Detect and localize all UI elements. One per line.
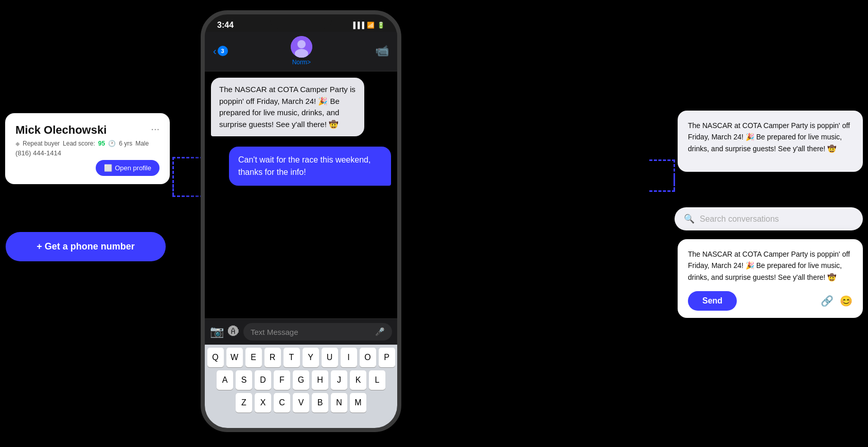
- appstore-button[interactable]: 🅐: [228, 325, 239, 338]
- contact-avatar-wrap[interactable]: Norm>: [291, 36, 312, 66]
- search-conversations-bar[interactable]: 🔍 Search conversations: [675, 207, 863, 230]
- gender-value: Male: [135, 140, 149, 147]
- key-j[interactable]: J: [331, 370, 347, 390]
- get-phone-number-button[interactable]: + Get a phone number: [6, 232, 166, 261]
- search-placeholder: Search conversations: [700, 214, 779, 224]
- outgoing-message-bubble: Can't wait for the race this weekend, th…: [229, 147, 391, 186]
- key-x[interactable]: X: [255, 393, 271, 413]
- search-icon: 🔍: [684, 213, 695, 224]
- key-k[interactable]: K: [350, 370, 366, 390]
- key-e[interactable]: E: [245, 348, 262, 367]
- key-u[interactable]: U: [322, 348, 338, 367]
- key-p[interactable]: P: [379, 348, 395, 367]
- external-link-icon: ⬜: [104, 164, 112, 172]
- microphone-icon: 🎤: [375, 327, 385, 336]
- signal-icon: ▐▐▐: [351, 22, 364, 29]
- clock-icon: 🕐: [108, 140, 116, 147]
- key-w[interactable]: W: [226, 348, 243, 367]
- back-badge: 3: [218, 46, 228, 56]
- wifi-icon: 📶: [367, 22, 375, 29]
- open-profile-label: Open profile: [115, 164, 151, 172]
- text-placeholder: Text Message: [251, 328, 298, 336]
- key-c[interactable]: C: [274, 393, 290, 413]
- contact-info: Mick Olechowski ◆ Repeat buyer Lead scor…: [15, 123, 149, 164]
- key-a[interactable]: A: [217, 370, 233, 390]
- key-r[interactable]: R: [264, 348, 281, 367]
- lead-score-label: Lead score:: [63, 140, 95, 147]
- emoji-icon[interactable]: 😊: [840, 295, 853, 307]
- diamond-icon: ◆: [15, 140, 20, 147]
- footer-icons: 🔗 😊: [821, 295, 853, 307]
- key-v[interactable]: V: [293, 393, 309, 413]
- keyboard-area: Q W E R T Y U I O P A S D F G H J K L Z …: [205, 345, 397, 432]
- key-z[interactable]: Z: [236, 393, 252, 413]
- repeat-buyer-label: Repeat buyer: [23, 140, 60, 147]
- key-m[interactable]: M: [350, 393, 366, 413]
- messages-area: The NASCAR at COTA Camper Party is poppi…: [205, 71, 397, 318]
- phone-frame: 3:44 ▐▐▐ 📶 🔋 ‹ 3 Norm> 📹 The NASCAR at: [201, 10, 401, 432]
- contact-card-header: Mick Olechowski ◆ Repeat buyer Lead scor…: [15, 123, 160, 164]
- keyboard-row-2: A S D F G H J K L: [207, 370, 395, 390]
- imessage-header: ‹ 3 Norm> 📹: [205, 32, 397, 71]
- input-bar: 📷 🅐 Text Message 🎤: [205, 318, 397, 345]
- contact-avatar-name: Norm>: [292, 59, 311, 66]
- camera-button[interactable]: 📷: [210, 325, 224, 338]
- contact-phone: (816) 444-1414: [15, 149, 149, 157]
- status-time: 3:44: [217, 21, 234, 30]
- connector-line-4: [172, 195, 203, 197]
- battery-icon: 🔋: [377, 22, 385, 29]
- right-connector-2: [649, 159, 675, 161]
- key-t[interactable]: T: [284, 348, 300, 367]
- incoming-message-bubble: The NASCAR at COTA Camper Party is poppi…: [211, 78, 364, 136]
- keyboard-row-3: Z X C V B N M: [207, 393, 395, 413]
- key-y[interactable]: Y: [303, 348, 319, 367]
- contact-name: Mick Olechowski: [15, 123, 149, 137]
- key-b[interactable]: B: [312, 393, 328, 413]
- video-call-button[interactable]: 📹: [375, 44, 389, 58]
- incoming-card-text: The NASCAR at COTA Camper Party is poppi…: [688, 120, 853, 154]
- chevron-left-icon: ‹: [213, 45, 217, 57]
- outgoing-card-text: The NASCAR at COTA Camper Party is poppi…: [688, 248, 853, 283]
- right-connector-4: [649, 190, 675, 192]
- key-d[interactable]: D: [255, 370, 271, 390]
- back-button[interactable]: ‹ 3: [213, 45, 228, 57]
- outgoing-card-footer: Send 🔗 😊: [688, 291, 853, 311]
- outgoing-message-card: The NASCAR at COTA Camper Party is poppi…: [678, 239, 863, 318]
- connector-line-2: [172, 157, 203, 158]
- keyboard-row-1: Q W E R T Y U I O P: [207, 348, 395, 367]
- contact-meta: ◆ Repeat buyer Lead score: 95 🕐 6 yrs Ma…: [15, 140, 149, 147]
- key-i[interactable]: I: [341, 348, 357, 367]
- contact-card: Mick Olechowski ◆ Repeat buyer Lead scor…: [5, 113, 170, 184]
- right-connector-3: [674, 175, 675, 190]
- send-button[interactable]: Send: [688, 291, 737, 311]
- lead-score-value: 95: [98, 140, 105, 147]
- key-l[interactable]: L: [369, 370, 385, 390]
- key-q[interactable]: Q: [207, 348, 224, 367]
- key-o[interactable]: O: [360, 348, 376, 367]
- key-g[interactable]: G: [293, 370, 309, 390]
- tenure-value: 6 yrs: [119, 140, 132, 147]
- key-f[interactable]: F: [274, 370, 290, 390]
- connector-line-3: [172, 180, 174, 195]
- avatar: [291, 36, 312, 58]
- svg-point-1: [297, 40, 306, 48]
- more-options-button[interactable]: ···: [151, 123, 160, 134]
- phone-notch: [270, 14, 332, 29]
- key-s[interactable]: S: [236, 370, 252, 390]
- attachment-icon[interactable]: 🔗: [821, 295, 834, 307]
- message-input[interactable]: Text Message 🎤: [243, 323, 392, 341]
- status-icons: ▐▐▐ 📶 🔋: [351, 22, 385, 29]
- key-h[interactable]: H: [312, 370, 328, 390]
- key-n[interactable]: N: [331, 393, 347, 413]
- open-profile-button[interactable]: ⬜ Open profile: [96, 160, 160, 176]
- incoming-message-card: The NASCAR at COTA Camper Party is poppi…: [678, 111, 863, 172]
